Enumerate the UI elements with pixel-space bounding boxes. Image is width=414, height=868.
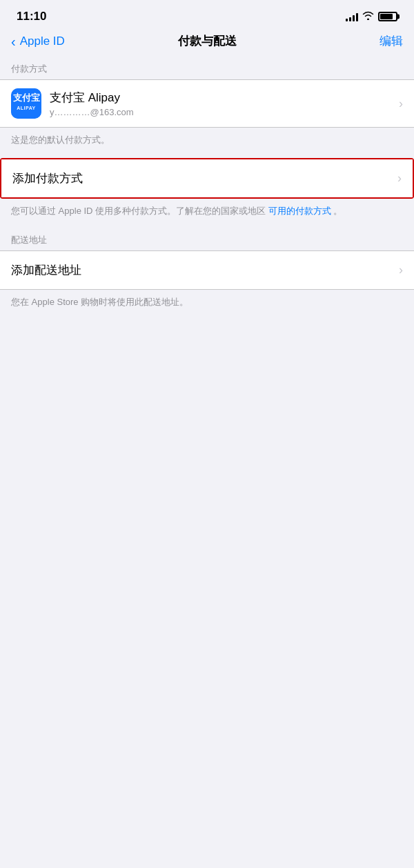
edit-button[interactable]: 编辑 <box>379 33 403 49</box>
alipay-info: 支付宝 Alipay y…………@163.com <box>50 90 393 117</box>
svg-text:支付宝: 支付宝 <box>13 92 41 103</box>
svg-text:ALIPAY: ALIPAY <box>17 106 36 110</box>
alipay-logo: 支付宝 ALIPAY <box>11 88 41 119</box>
default-payment-note: 这是您的默认付款方式。 <box>0 128 414 158</box>
default-note-text: 这是您的默认付款方式。 <box>11 135 110 145</box>
alipay-email: y…………@163.com <box>50 107 393 117</box>
shipping-section-label: 配送地址 <box>0 228 414 250</box>
back-button[interactable]: ‹ Apple ID <box>11 34 65 48</box>
nav-bar: ‹ Apple ID 付款与配送 编辑 <box>0 28 414 57</box>
back-chevron-icon: ‹ <box>11 34 16 48</box>
add-payment-info: 您可以通过 Apple ID 使用多种付款方式。了解在您的国家或地区 可用的付款… <box>0 199 414 229</box>
status-icons <box>346 11 397 22</box>
signal-bars-icon <box>346 12 358 21</box>
add-shipping-label: 添加配送地址 <box>11 262 393 278</box>
shipping-info-text: 您在 Apple Store 购物时将使用此配送地址。 <box>11 297 188 307</box>
page-title: 付款与配送 <box>178 33 237 49</box>
battery-icon <box>378 12 397 21</box>
shipping-info: 您在 Apple Store 购物时将使用此配送地址。 <box>0 290 414 320</box>
add-payment-info-suffix: 。 <box>333 206 342 216</box>
alipay-name: 支付宝 Alipay <box>50 90 393 106</box>
add-payment-info-text: 您可以通过 Apple ID 使用多种付款方式。了解在您的国家或地区 <box>11 206 266 216</box>
add-shipping-row[interactable]: 添加配送地址 › <box>0 251 414 289</box>
alipay-row[interactable]: 支付宝 ALIPAY 支付宝 Alipay y…………@163.com › <box>0 80 414 127</box>
available-methods-link[interactable]: 可用的付款方式 <box>268 206 331 216</box>
add-payment-row[interactable]: 添加付款方式 › <box>1 159 413 197</box>
add-shipping-chevron-icon: › <box>399 263 403 277</box>
alipay-chevron-icon: › <box>399 97 403 111</box>
wifi-icon <box>362 11 374 22</box>
status-bar: 11:10 <box>0 0 414 28</box>
add-shipping-group: 添加配送地址 › <box>0 250 414 290</box>
add-payment-chevron-icon: › <box>397 171 402 186</box>
status-time: 11:10 <box>17 10 46 23</box>
payment-card-group: 支付宝 ALIPAY 支付宝 Alipay y…………@163.com › <box>0 79 414 128</box>
payment-section-label: 付款方式 <box>0 57 414 79</box>
add-payment-group: 添加付款方式 › <box>0 158 414 199</box>
back-label: Apple ID <box>20 34 65 48</box>
add-payment-label: 添加付款方式 <box>12 170 392 186</box>
